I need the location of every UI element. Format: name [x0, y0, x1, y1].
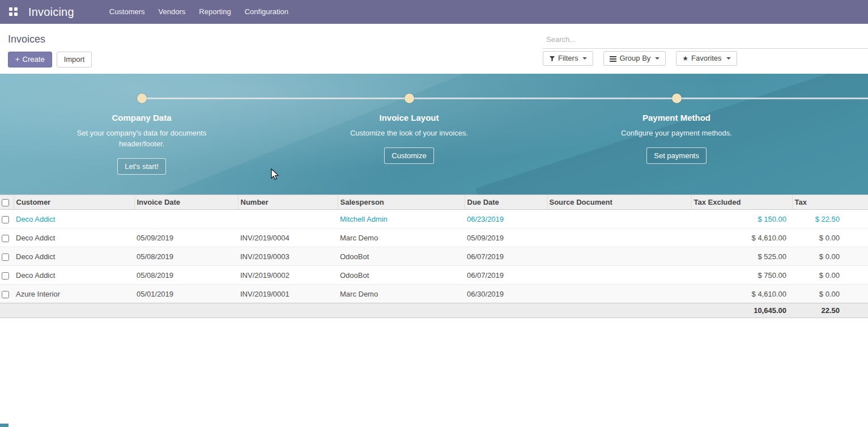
onboarding-banner: Company Data Set your company's data for…	[0, 74, 868, 195]
column-header-invoice-date[interactable]: Invoice Date	[134, 195, 238, 210]
import-button[interactable]: Import	[57, 52, 92, 67]
menu-customers[interactable]: Customers	[103, 0, 152, 24]
row-checkbox[interactable]	[2, 253, 9, 261]
onboarding-step-invoice-layout: Invoice Layout Customize the look of you…	[318, 74, 500, 164]
customize-button[interactable]: Customize	[384, 147, 433, 164]
step-dot-icon	[405, 94, 414, 103]
cell-number: INV/2019/0001	[238, 285, 338, 303]
group-by-label: Group By	[619, 54, 650, 62]
cell-tax: $ 0.00	[792, 266, 868, 285]
bottom-left-strip	[0, 424, 8, 427]
invoice-row[interactable]: Azure Interior 05/01/2019 INV/2019/0001 …	[0, 285, 868, 303]
cell-due-date: 06/07/2019	[465, 266, 547, 285]
invoice-row[interactable]: Deco Addict 05/09/2019 INV/2019/0004 Mar…	[0, 229, 868, 247]
cell-invoice-date: 05/08/2019	[134, 266, 238, 285]
invoice-list-table: Customer Invoice Date Number Salesperson…	[0, 195, 868, 318]
cell-tax-excluded: $ 150.00	[691, 210, 792, 229]
total-tax: 22.50	[792, 303, 868, 318]
table-header-row: Customer Invoice Date Number Salesperson…	[0, 195, 868, 210]
cell-source-document	[547, 285, 691, 303]
column-header-tax-excluded[interactable]: Tax Excluded	[691, 195, 792, 210]
cell-tax-excluded: $ 4,610.00	[691, 229, 792, 247]
cell-salesperson: Marc Demo	[338, 285, 465, 303]
cell-salesperson: OdooBot	[338, 247, 465, 266]
cell-tax: $ 0.00	[792, 247, 868, 266]
invoice-row[interactable]: Deco Addict 05/08/2019 INV/2019/0002 Odo…	[0, 266, 868, 285]
menu-configuration[interactable]: Configuration	[238, 0, 295, 24]
cell-due-date: 06/23/2019	[465, 210, 547, 229]
step-dot-icon	[137, 94, 147, 103]
cell-salesperson: Mitchell Admin	[338, 210, 465, 229]
cell-source-document	[547, 266, 691, 285]
cell-tax: $ 22.50	[792, 210, 868, 229]
total-tax-excluded: 10,645.00	[691, 303, 792, 318]
select-all-checkbox[interactable]	[2, 199, 9, 206]
invoice-row[interactable]: Deco Addict Mitchell Admin 06/23/2019 $ …	[0, 210, 868, 229]
column-header-source-document[interactable]: Source Document	[547, 195, 691, 210]
cell-source-document	[547, 229, 691, 247]
control-panel: Invoices + Create Import Filters Group B…	[0, 24, 868, 74]
row-checkbox[interactable]	[2, 235, 9, 242]
step-description: Customize the look of your invoices.	[341, 128, 477, 138]
group-by-dropdown[interactable]: Group By	[603, 51, 666, 66]
create-button[interactable]: + Create	[8, 52, 52, 67]
cell-invoice-date	[134, 210, 238, 229]
step-title: Invoice Layout	[379, 113, 439, 122]
totals-row: 10,645.00 22.50	[0, 303, 868, 318]
menu-vendors[interactable]: Vendors	[152, 0, 193, 24]
cell-tax-excluded: $ 750.00	[691, 266, 792, 285]
cell-invoice-date: 05/08/2019	[134, 247, 238, 266]
top-navbar: Invoicing Customers Vendors Reporting Co…	[0, 0, 868, 24]
filters-dropdown[interactable]: Filters	[543, 51, 593, 66]
chevron-down-icon	[726, 57, 731, 60]
plus-icon: +	[15, 56, 20, 64]
column-header-number[interactable]: Number	[238, 195, 338, 210]
menu-reporting[interactable]: Reporting	[192, 0, 237, 24]
step-title: Payment Method	[643, 113, 710, 122]
search-input[interactable]	[543, 31, 868, 49]
cell-tax: $ 0.00	[792, 285, 868, 303]
step-dot-icon	[672, 94, 682, 103]
row-checkbox[interactable]	[2, 216, 9, 223]
row-checkbox[interactable]	[2, 272, 9, 280]
favorites-dropdown[interactable]: ★ Favorites	[676, 51, 737, 66]
cell-tax-excluded: $ 525.00	[691, 247, 792, 266]
cell-tax: $ 0.00	[792, 229, 868, 247]
onboarding-step-payment-method: Payment Method Configure your payment me…	[586, 74, 767, 164]
onboarding-step-company-data: Company Data Set your company's data for…	[51, 74, 232, 175]
cell-customer: Deco Addict	[14, 266, 134, 285]
cell-customer: Deco Addict	[14, 229, 134, 247]
cell-invoice-date: 05/01/2019	[134, 285, 238, 303]
main-menu: Customers Vendors Reporting Configuratio…	[103, 0, 295, 24]
create-button-label: Create	[23, 56, 45, 64]
cell-due-date: 05/09/2019	[465, 229, 547, 247]
column-header-due-date[interactable]: Due Date	[465, 195, 547, 210]
cell-number: INV/2019/0002	[238, 266, 338, 285]
import-button-label: Import	[64, 56, 85, 64]
cell-due-date: 06/30/2019	[465, 285, 547, 303]
row-checkbox[interactable]	[2, 291, 9, 298]
breadcrumb: Invoices	[8, 31, 543, 49]
cell-number: INV/2019/0003	[238, 247, 338, 266]
lets-start-button[interactable]: Let's start!	[117, 158, 166, 175]
step-description: Set your company's data for documents he…	[74, 128, 210, 149]
set-payments-button[interactable]: Set payments	[646, 147, 707, 164]
column-header-customer[interactable]: Customer	[14, 195, 134, 210]
app-title: Invoicing	[28, 6, 74, 19]
column-header-salesperson[interactable]: Salesperson	[338, 195, 465, 210]
step-description: Configure your payment methods.	[609, 128, 744, 138]
chevron-down-icon	[655, 57, 659, 60]
filters-label: Filters	[558, 54, 578, 62]
filter-funnel-icon	[549, 56, 555, 62]
cell-source-document	[547, 247, 691, 266]
favorites-label: Favorites	[691, 54, 721, 62]
cell-number: INV/2019/0004	[238, 229, 338, 247]
apps-grid-icon[interactable]	[9, 7, 18, 16]
cell-invoice-date: 05/09/2019	[134, 229, 238, 247]
column-header-tax[interactable]: Tax	[792, 195, 868, 210]
cell-due-date: 06/07/2019	[465, 247, 547, 266]
star-icon: ★	[682, 54, 688, 62]
cell-customer: Deco Addict	[14, 210, 134, 229]
cell-salesperson: Marc Demo	[338, 229, 465, 247]
invoice-row[interactable]: Deco Addict 05/08/2019 INV/2019/0003 Odo…	[0, 247, 868, 266]
